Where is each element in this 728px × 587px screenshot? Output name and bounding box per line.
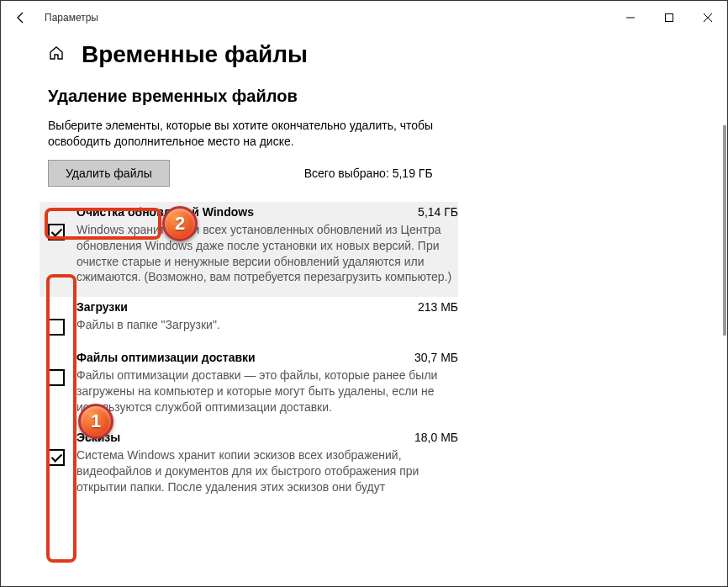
item-description: Windows хранит копии всех установленных …	[76, 222, 458, 286]
scrollbar[interactable]	[723, 125, 726, 336]
item-name: Файлы оптимизации доставки	[76, 351, 256, 364]
item-size: 5,14 ГБ	[418, 205, 458, 219]
item-size: 30,7 МБ	[414, 351, 458, 364]
item-name: Загрузки	[76, 300, 128, 314]
item-size: 18,0 МБ	[414, 431, 458, 444]
close-button[interactable]	[688, 1, 727, 34]
back-button[interactable]	[8, 4, 34, 31]
total-selected-label: Всего выбрано: 5,19 ГБ	[304, 167, 433, 180]
delete-files-button[interactable]: Удалить файлы	[48, 160, 170, 187]
minimize-button[interactable]	[611, 1, 650, 34]
window-title: Параметры	[45, 12, 611, 24]
item-description: Файлы в папке "Загрузки".	[76, 317, 458, 333]
maximize-button[interactable]	[650, 1, 688, 34]
home-icon[interactable]	[48, 45, 65, 65]
temp-file-item: Загрузки213 МБФайлы в папке "Загрузки".	[48, 297, 458, 347]
page-title: Временные файлы	[82, 41, 308, 68]
section-title: Удаление временных файлов	[48, 87, 458, 106]
instruction-text: Выберите элементы, которые вы хотите око…	[48, 118, 458, 150]
temp-file-item: Эскизы18,0 МБСистема Windows хранит копи…	[48, 427, 458, 507]
item-name: Эскизы	[76, 431, 120, 444]
item-size: 213 МБ	[418, 300, 458, 314]
temp-file-item: Файлы оптимизации доставки30,7 МБФайлы о…	[48, 347, 458, 427]
item-checkbox[interactable]	[48, 319, 65, 336]
item-checkbox[interactable]	[48, 224, 65, 241]
item-description: Файлы оптимизации доставки — это файлы, …	[76, 368, 458, 415]
temp-file-item: Очистка обновлений Windows5,14 ГБWindows…	[40, 202, 458, 298]
item-description: Система Windows хранит копии эскизов все…	[76, 447, 458, 495]
item-name: Очистка обновлений Windows	[76, 205, 254, 219]
svg-rect-1	[666, 14, 673, 22]
item-checkbox[interactable]	[48, 369, 65, 386]
item-checkbox[interactable]	[48, 449, 65, 466]
